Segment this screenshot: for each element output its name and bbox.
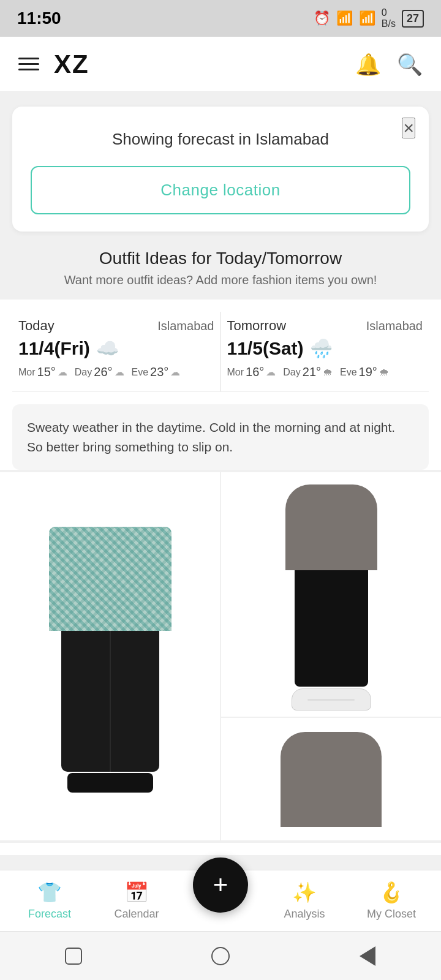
tomorrow-label: Tomorrow — [227, 318, 287, 334]
today-city: Islamabad — [157, 319, 214, 333]
recent-apps-button[interactable] — [58, 941, 89, 971]
change-location-button[interactable]: Change location — [31, 166, 410, 214]
status-time: 11:50 — [17, 9, 61, 28]
today-label: Today — [18, 318, 55, 334]
today-eve-temp: 23° — [150, 365, 168, 379]
battery-indicator: 27 — [402, 10, 424, 28]
today-cloud-icon: ☁️ — [96, 337, 119, 359]
close-button[interactable]: × — [402, 118, 415, 138]
outfit-ideas-header: Outfit Ideas for Today/Tomorrow Want mor… — [12, 249, 429, 287]
black-pants-1 — [61, 631, 159, 772]
plaid-shirt — [49, 527, 172, 631]
outfit-ideas-title: Outfit Ideas for Today/Tomorrow — [18, 249, 423, 268]
nav-analysis[interactable]: ✨ Analysis — [274, 881, 335, 921]
my-closet-icon: 🪝 — [379, 881, 404, 904]
outfit-card-2[interactable] — [221, 472, 441, 717]
outfit-ideas-subtitle: Want more outfit ideas? Add more fashion… — [18, 273, 423, 287]
outfit-card-3[interactable] — [221, 718, 441, 840]
header-right: 🔔 🔍 — [355, 52, 423, 77]
outfit-card-1[interactable] — [0, 472, 220, 840]
home-button[interactable] — [205, 941, 236, 971]
calendar-icon: 📅 — [124, 881, 149, 904]
gray-sweater-1 — [285, 484, 377, 570]
triangle-icon — [360, 946, 375, 966]
menu-icon[interactable] — [18, 58, 39, 70]
today-day-temp: 26° — [94, 365, 112, 379]
location-card: × Showing forecast in Islamabad Change l… — [12, 107, 429, 232]
signal-icon: 📶 — [359, 10, 375, 26]
square-icon — [65, 948, 82, 965]
tomorrow-city: Islamabad — [366, 319, 423, 333]
weather-tip: Sweaty weather in the daytime. Cold in t… — [12, 404, 429, 470]
analysis-label: Analysis — [284, 908, 325, 921]
bell-icon[interactable]: 🔔 — [355, 52, 381, 77]
today-date: 11/4(Fri) — [18, 338, 90, 359]
weather-tomorrow: Tomorrow Islamabad 11/5(Sat) 🌧️ Mor 16° … — [221, 312, 429, 391]
alarm-icon: ⏰ — [314, 10, 330, 26]
analysis-icon: ✨ — [292, 881, 317, 904]
tomorrow-date: 11/5(Sat) — [227, 338, 304, 359]
forecast-icon: 👕 — [37, 881, 62, 904]
outfit-col-2 — [221, 472, 441, 840]
back-button[interactable] — [352, 941, 383, 971]
tomorrow-rain-icon: 🌧️ — [310, 337, 333, 359]
app-logo: XZ — [54, 50, 89, 79]
nav-calendar[interactable]: 📅 Calendar — [106, 881, 167, 921]
tomorrow-day-temp: 21° — [303, 365, 321, 379]
nav-forecast[interactable]: 👕 Forecast — [19, 881, 80, 921]
plus-icon: + — [213, 872, 228, 898]
shoes-1 — [67, 773, 153, 793]
header-left: XZ — [18, 50, 89, 79]
main-content: × Showing forecast in Islamabad Change l… — [0, 92, 441, 978]
create-fab[interactable]: + — [193, 858, 248, 913]
black-pants-2 — [295, 570, 368, 687]
white-sneakers — [292, 688, 371, 710]
status-bar: 11:50 ⏰ 📶 📶 0B/s 27 — [0, 0, 441, 37]
weather-grid: Today Islamabad 11/4(Fri) ☁️ Mor 15° ☁ D… — [12, 312, 429, 392]
search-icon[interactable]: 🔍 — [397, 52, 423, 77]
today-mor-temp: 15° — [37, 365, 56, 379]
circle-icon — [211, 947, 230, 965]
my-closet-label: My Closet — [367, 908, 416, 921]
calendar-label: Calendar — [114, 908, 159, 921]
location-message: Showing forecast in Islamabad — [31, 130, 410, 149]
network-info: 0B/s — [382, 7, 396, 29]
status-icons: ⏰ 📶 📶 0B/s 27 — [314, 7, 424, 29]
app-header: XZ 🔔 🔍 — [0, 37, 441, 92]
gray-sweater-2 — [281, 732, 382, 827]
wifi-icon: 📶 — [336, 10, 353, 26]
nav-my-closet[interactable]: 🪝 My Closet — [361, 881, 422, 921]
tomorrow-mor-temp: 16° — [246, 365, 264, 379]
forecast-label: Forecast — [28, 908, 71, 921]
outfit-grid — [0, 470, 441, 843]
weather-today: Today Islamabad 11/4(Fri) ☁️ Mor 15° ☁ D… — [12, 312, 221, 391]
tomorrow-eve-temp: 19° — [359, 365, 377, 379]
weather-section: Today Islamabad 11/4(Fri) ☁️ Mor 15° ☁ D… — [0, 300, 441, 855]
android-nav — [0, 931, 441, 980]
